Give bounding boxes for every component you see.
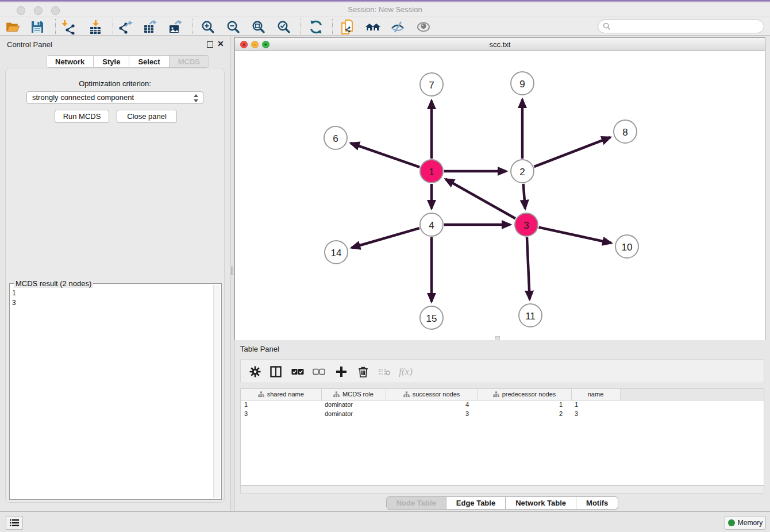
memory-button[interactable]: Memory [725, 516, 766, 530]
node-label-14: 14 [331, 248, 342, 259]
table-row[interactable]: 3dominator323 [241, 409, 764, 418]
float-panel-icon[interactable] [207, 41, 213, 48]
search-input[interactable] [614, 22, 759, 30]
edge-1-6[interactable] [351, 143, 419, 167]
result-scrollbar[interactable] [213, 285, 220, 498]
zoom-selected-icon[interactable] [276, 19, 292, 35]
export-network-icon[interactable] [118, 19, 134, 35]
table-cell[interactable]: 3 [571, 409, 620, 418]
refresh-layout-icon[interactable] [308, 19, 324, 35]
window-zoom-button[interactable] [51, 6, 60, 15]
table-cell[interactable]: 1 [478, 400, 571, 409]
tab-network[interactable]: Network [46, 55, 94, 68]
column-header-mcds-role[interactable]: MCDS role [321, 389, 386, 400]
run-mcds-button[interactable]: Run MCDS [55, 110, 109, 123]
table-panel: Table Panel ✕ f(x) [234, 341, 770, 511]
mcds-result-text[interactable]: 13 [12, 288, 212, 497]
table-cell[interactable]: 2 [478, 409, 571, 418]
hide-selected-icon[interactable] [390, 19, 406, 35]
table-header-row: shared name MCDS role successor nodes pr… [241, 389, 764, 400]
window-zoom-icon[interactable]: + [262, 41, 270, 48]
network-canvas[interactable]: 7968124314101511 [235, 51, 765, 340]
zoom-fit-icon[interactable] [251, 19, 267, 35]
vertical-splitter[interactable] [230, 36, 234, 511]
network-window-titlebar[interactable]: × − + scc.txt [235, 38, 765, 51]
table-cell[interactable]: 3 [386, 409, 478, 418]
zoom-in-icon[interactable] [200, 19, 216, 35]
node-table[interactable]: shared name MCDS role successor nodes pr… [240, 388, 764, 485]
column-header-shared-name[interactable]: shared name [241, 389, 321, 400]
table-cell[interactable]: dominator [321, 400, 386, 409]
search-box[interactable] [598, 20, 764, 33]
table-cell[interactable]: 4 [386, 400, 478, 409]
tab-motifs[interactable]: Motifs [576, 496, 618, 510]
table-row[interactable]: 1dominator411 [241, 400, 764, 409]
optimization-criterion-label: Optimization criterion: [6, 79, 224, 88]
column-header-predecessor-nodes[interactable]: predecessor nodes [478, 389, 571, 400]
window-minimize-icon[interactable]: − [251, 41, 259, 48]
zoom-out-icon[interactable] [225, 19, 241, 35]
import-network-icon[interactable] [60, 19, 76, 35]
window-minimize-button[interactable] [34, 6, 43, 15]
close-panel-button[interactable]: Close panel [117, 110, 177, 123]
main-toolbar [0, 17, 770, 36]
toolbar-separator [332, 19, 333, 34]
app-titlebar: Session: New Session [0, 2, 770, 17]
gear-icon[interactable] [248, 364, 263, 379]
column-header-name[interactable]: name [571, 389, 620, 400]
node-label-2: 2 [519, 167, 525, 178]
mcds-result-title: MCDS result (2 nodes) [14, 279, 93, 288]
tab-mcds[interactable]: MCDS [170, 55, 209, 68]
window-close-button[interactable] [17, 6, 25, 15]
tab-select[interactable]: Select [129, 55, 169, 68]
table-cell[interactable]: 1 [241, 400, 321, 409]
add-column-icon[interactable] [334, 364, 349, 379]
delete-column-icon[interactable] [356, 364, 371, 379]
network-window-title: scc.txt [235, 38, 765, 51]
table-cell[interactable]: 1 [571, 400, 620, 409]
tab-style[interactable]: Style [94, 55, 129, 68]
toolbar-separator [113, 19, 113, 34]
edge-4-14[interactable] [352, 228, 419, 248]
column-type-icon [333, 391, 340, 398]
table-panel-title: Table Panel [240, 345, 279, 353]
edge-2-8[interactable] [534, 137, 610, 167]
criterion-dropdown[interactable]: strongly connected component [26, 91, 203, 104]
close-panel-icon[interactable]: ✕ [217, 39, 224, 48]
import-table-icon[interactable] [87, 19, 103, 35]
table-horizontal-scrollbar[interactable] [240, 485, 764, 494]
columns-icon[interactable] [268, 364, 283, 379]
open-folder-icon[interactable] [5, 19, 21, 35]
node-label-9: 9 [519, 79, 525, 90]
tab-network-table[interactable]: Network Table [506, 496, 576, 510]
table-cell[interactable]: dominator [321, 409, 386, 418]
edge-3-11[interactable] [527, 237, 530, 299]
column-header-successor-nodes[interactable]: successor nodes [386, 389, 478, 400]
first-neighbors-icon[interactable] [365, 19, 381, 35]
show-all-icon[interactable] [415, 19, 432, 35]
splitter-grip[interactable] [231, 267, 233, 275]
dropdown-stepper-icon [192, 93, 199, 102]
task-history-button[interactable] [6, 516, 23, 530]
table-panel-tabs: Node Table Edge Table Network Table Moti… [234, 496, 770, 510]
table-cell-filler [620, 409, 764, 418]
save-icon[interactable] [29, 19, 45, 35]
canvas-splitter-grip[interactable] [495, 336, 500, 340]
tab-edge-table[interactable]: Edge Table [446, 496, 506, 510]
new-network-file-icon[interactable] [340, 19, 356, 35]
edge-3-1[interactable] [445, 179, 515, 218]
memory-label: Memory [738, 519, 763, 527]
toolbar-separator [192, 19, 192, 34]
function-builder-icon[interactable]: f(x) [398, 364, 413, 379]
select-all-icon[interactable] [290, 364, 305, 379]
export-image-icon[interactable] [168, 19, 184, 35]
search-icon [603, 22, 611, 30]
edge-2-3[interactable] [523, 184, 525, 209]
table-cell[interactable]: 3 [241, 409, 321, 418]
tab-node-table[interactable]: Node Table [386, 496, 446, 510]
delete-table-icon[interactable] [377, 364, 392, 379]
export-table-icon[interactable] [143, 19, 159, 35]
window-close-icon[interactable]: × [240, 41, 248, 48]
edge-3-10[interactable] [538, 228, 611, 243]
deselect-all-icon[interactable] [311, 364, 326, 379]
